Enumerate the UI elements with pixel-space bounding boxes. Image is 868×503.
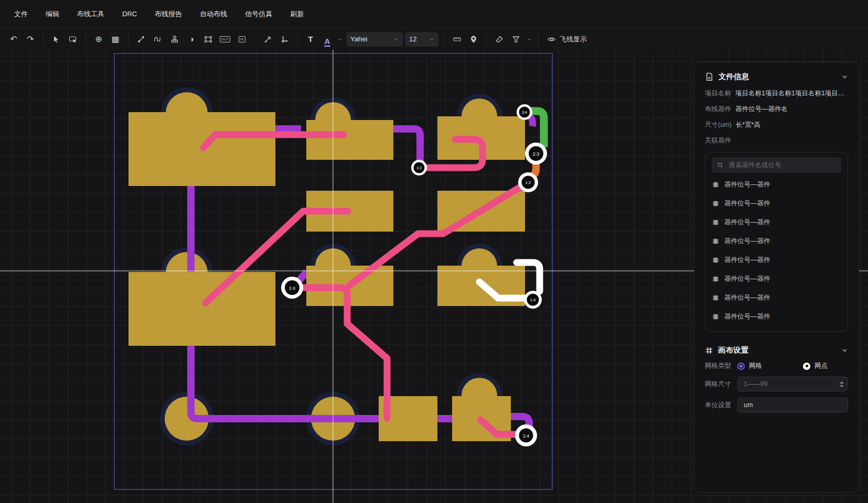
- out-port-button[interactable]: OUT: [218, 32, 232, 47]
- dot-radio[interactable]: [803, 363, 810, 370]
- grid-size-field[interactable]: [737, 377, 848, 391]
- contrast-tool-button[interactable]: ◑: [184, 32, 199, 47]
- box-select-icon: [69, 35, 78, 43]
- device-list-item[interactable]: 器件位号—器件: [712, 232, 841, 250]
- trace-icon: [137, 35, 145, 43]
- serpentine-icon: [154, 35, 162, 43]
- shape-rect-button[interactable]: [201, 32, 216, 47]
- component-rect: [128, 272, 275, 346]
- toolbar-divider: [128, 34, 128, 45]
- font-family-value: Yahei: [350, 35, 367, 43]
- project-name-label: 项目名称: [705, 89, 731, 98]
- topology-icon: [170, 35, 179, 43]
- font-color-button[interactable]: A: [320, 32, 335, 47]
- grid-type-label: 网格类型: [705, 362, 737, 370]
- device-list-item[interactable]: 器件位号—器件: [712, 288, 841, 307]
- eraser-icon: [495, 35, 503, 43]
- redo-button[interactable]: ↷: [23, 32, 38, 47]
- box-select-button[interactable]: [66, 32, 80, 47]
- eraser-button[interactable]: [492, 32, 507, 47]
- via-marker-6[interactable]: 1:4: [524, 291, 542, 309]
- chevron-down-icon: [338, 37, 343, 42]
- ruler-corner-button[interactable]: [277, 32, 292, 47]
- flyline-toggle[interactable]: 飞线显示: [547, 35, 587, 44]
- trace-purple: [393, 129, 420, 163]
- menu-drc[interactable]: DRC: [113, 0, 146, 28]
- text-tool-button[interactable]: T: [303, 32, 318, 47]
- grid-toggle-button[interactable]: ▦: [108, 32, 123, 47]
- chip-icon: [712, 200, 720, 207]
- menu-signal-simulation[interactable]: 信号仿真: [236, 0, 281, 28]
- measure-line-button[interactable]: [261, 32, 275, 47]
- stepper-down-icon: [840, 385, 844, 387]
- font-family-select[interactable]: Yahei: [346, 32, 403, 47]
- out-label: OUT: [220, 36, 230, 42]
- origin-target-button[interactable]: ⊕: [91, 32, 106, 47]
- document-icon: [705, 72, 714, 81]
- svg-text:1:4: 1:4: [523, 433, 529, 439]
- in-port-button[interactable]: IN: [234, 32, 249, 47]
- pin-plus-icon: [469, 35, 478, 43]
- component-rect: [306, 120, 393, 160]
- device-search[interactable]: [712, 157, 841, 173]
- via-marker-3[interactable]: 1:2: [411, 160, 427, 176]
- filter-dropdown[interactable]: [526, 32, 533, 47]
- chip-icon: [712, 256, 720, 264]
- stepper[interactable]: [840, 377, 844, 391]
- via-marker-2[interactable]: 2:3: [525, 143, 547, 165]
- menu-refresh[interactable]: 刷新: [281, 0, 313, 28]
- grid-size-input[interactable]: [743, 380, 843, 388]
- dot-radio-label[interactable]: 网点: [815, 362, 828, 370]
- menu-auto-route[interactable]: 自动布线: [191, 0, 236, 28]
- select-cursor-button[interactable]: [49, 32, 63, 47]
- chevron-down-icon: [527, 37, 532, 42]
- diagonal-arrow-icon: [264, 35, 272, 43]
- device-list-item[interactable]: 器件位号—器件: [712, 250, 841, 269]
- font-color-letter: A: [324, 37, 331, 47]
- via-marker-5[interactable]: 1:4: [281, 277, 303, 299]
- cursor-icon: [52, 35, 60, 43]
- add-pin-button[interactable]: [466, 32, 481, 47]
- toolbar-divider: [43, 34, 44, 45]
- unit-field[interactable]: [737, 398, 848, 412]
- menu-routing-report[interactable]: 布线报告: [146, 0, 191, 28]
- device-list-item[interactable]: 器件位号—器件: [712, 175, 841, 194]
- toolbar-divider: [85, 34, 86, 45]
- font-size-value: 12: [409, 35, 416, 43]
- device-list-item[interactable]: 器件位号—器件: [712, 307, 841, 326]
- toolbar-divider: [297, 34, 298, 45]
- device-list-item[interactable]: 器件位号—器件: [712, 194, 841, 213]
- device-list-item[interactable]: 器件位号—器件: [712, 269, 841, 288]
- menu-edit[interactable]: 编辑: [37, 0, 68, 28]
- font-size-select[interactable]: 12: [405, 32, 438, 47]
- via-marker-7[interactable]: 1:4: [515, 424, 537, 446]
- font-color-dropdown[interactable]: [337, 32, 344, 47]
- grid-size-label: 网格尺寸: [705, 380, 737, 389]
- chevron-down-icon[interactable]: [841, 73, 848, 80]
- grid-settings-icon: [705, 346, 713, 355]
- grid-radio-label[interactable]: 网格: [749, 362, 762, 370]
- via-marker-4[interactable]: 1:2: [518, 172, 538, 192]
- grid-radio[interactable]: [737, 363, 745, 370]
- unit-input[interactable]: [743, 401, 843, 409]
- filter-button[interactable]: [509, 32, 523, 47]
- device-search-input[interactable]: [727, 161, 836, 169]
- toolbar: ↶ ↷ ⊕ ▦ ◑ OUT IN T A Yahei: [0, 28, 868, 50]
- measure-ruler-button[interactable]: [449, 32, 464, 47]
- chip-icon: [712, 313, 720, 321]
- toolbar-divider: [486, 34, 487, 45]
- serpentine-tool-button[interactable]: [151, 32, 165, 47]
- chevron-down-icon[interactable]: [841, 347, 848, 354]
- trace-tool-button[interactable]: [134, 32, 148, 47]
- menu-file[interactable]: 文件: [5, 0, 37, 28]
- via-marker-1[interactable]: 3:4: [517, 104, 532, 120]
- undo-button[interactable]: ↶: [6, 32, 21, 47]
- topology-tool-button[interactable]: [167, 32, 182, 47]
- toolbar-divider: [444, 34, 444, 45]
- routing-device-value: 器件位号—器件名: [735, 105, 788, 114]
- related-devices-list: 器件位号—器件 器件位号—器件 器件位号—器件 器件位号—器件 器件位号—器件 …: [705, 152, 848, 332]
- menu-routing-tools[interactable]: 布线工具: [68, 0, 113, 28]
- device-list-item[interactable]: 器件位号—器件: [712, 213, 841, 232]
- toolbar-divider: [538, 34, 539, 45]
- size-label: 尺寸(um): [705, 121, 732, 129]
